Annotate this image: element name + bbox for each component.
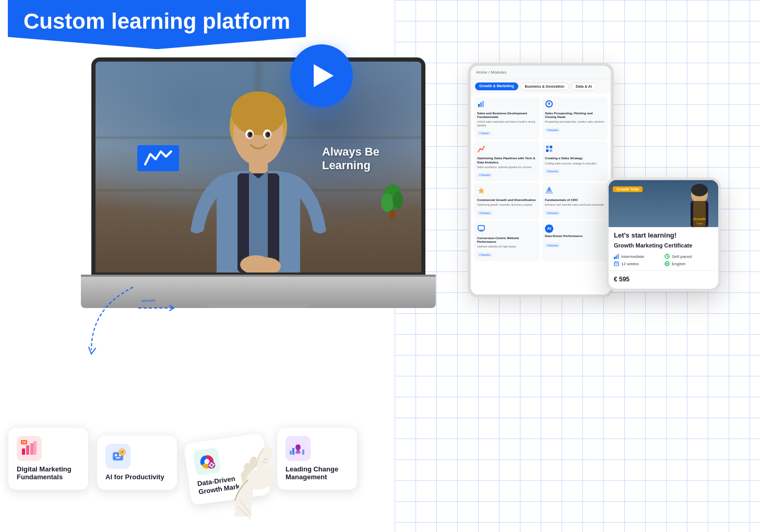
svg-rect-39 — [618, 254, 619, 259]
digital-marketing-icon: DM — [17, 436, 42, 461]
play-icon — [314, 64, 334, 87]
page-title: Custom learning platform — [23, 9, 290, 33]
phone-price-section: € 595 — [609, 270, 718, 289]
tab-data-ai[interactable]: Data & AI — [571, 82, 597, 90]
module-icon-6 — [545, 186, 553, 195]
course-card-ai-productivity[interactable]: AI for Productivity — [97, 435, 177, 490]
course-cards-container: DM Digital Marketing Fundamentals AI for… — [8, 427, 358, 490]
tablet-header: Home / Modules — [471, 66, 611, 79]
svg-point-12 — [267, 133, 270, 136]
card-title-1: Sales and Business Development Fundament… — [477, 112, 537, 119]
logo-svg — [142, 149, 174, 168]
data-driven-icon — [193, 447, 221, 476]
duration-label: 12 weeks — [621, 262, 639, 266]
tablet-card-5[interactable]: Commercial Growth and Diversification Op… — [474, 183, 540, 219]
svg-point-11 — [250, 133, 252, 136]
svg-rect-47 — [22, 448, 25, 455]
screen-logo — [137, 145, 179, 171]
svg-rect-23 — [550, 146, 552, 148]
level-label: Intermediate — [621, 254, 644, 259]
logo-shape — [137, 145, 179, 171]
svg-point-15 — [381, 193, 394, 212]
laptop-video-content: Always BeLearning — [96, 62, 421, 273]
tab-business-innovation[interactable]: Business & Innovation — [520, 82, 569, 90]
card-tag-1: 1 lesson — [477, 131, 491, 135]
tablet-breadcrumb: Home / Modules — [476, 70, 506, 75]
laptop-base — [81, 277, 436, 308]
course-card-digital-marketing[interactable]: DM Digital Marketing Fundamentals — [8, 427, 89, 490]
card-title-2: Sales Prospecting, Pitching and Closing … — [545, 112, 604, 119]
card-title-8: Data-Driven Performance — [545, 234, 604, 238]
svg-rect-48 — [26, 445, 29, 455]
card-desc-1: Unlock sales essentials and learn to bui… — [477, 120, 537, 127]
tablet-card-6[interactable]: Fundamentals of CRO Enhance user retenti… — [542, 183, 608, 219]
tablet-card-8[interactable]: AI Data-Driven Performance 4 lessons — [542, 221, 608, 261]
tablet-device: Home / Modules Growth & Marketing Busine… — [468, 63, 614, 298]
svg-rect-50 — [33, 441, 37, 455]
card-desc-2: Prospecting top leadership, creative sal… — [545, 120, 604, 124]
meta-duration: 12 weeks — [614, 261, 662, 266]
card-title-7: Conversion-Centric Website Performance — [477, 237, 537, 244]
svg-point-21 — [479, 148, 481, 150]
svg-point-16 — [393, 192, 403, 208]
card-title-4: Creating a Sales Strategy — [545, 157, 604, 160]
hand-pointer-illustration — [224, 438, 292, 522]
meta-language: English — [664, 261, 713, 266]
module-icon-3 — [477, 145, 485, 153]
card-tag-7: 2 lessons — [477, 253, 492, 257]
tablet-card-2[interactable]: Sales Prospecting, Pitching and Closing … — [542, 97, 608, 139]
language-icon — [664, 261, 670, 266]
card-tag-6: 6 lessons — [545, 211, 560, 215]
pace-label: Self-paced — [672, 254, 692, 259]
meta-pace: Self-paced — [664, 254, 713, 259]
svg-rect-27 — [547, 190, 552, 192]
laptop-device: Always BeLearning — [81, 57, 436, 308]
card-desc-3: Sales excellence, optimize pipeline for … — [477, 165, 537, 169]
tab-growth-marketing[interactable]: Growth & Marketing — [475, 82, 518, 90]
svg-text:DM: DM — [22, 441, 26, 444]
svg-rect-30 — [478, 226, 484, 230]
laptop-screen: Always BeLearning — [91, 57, 425, 277]
card-title-5: Commercial Growth and Diversification — [477, 198, 537, 202]
digital-icon-svg: DM — [21, 440, 38, 457]
svg-rect-42 — [615, 264, 618, 264]
digital-marketing-label: Digital Marketing Fundamentals — [17, 465, 80, 481]
tablet-card-7[interactable]: Conversion-Centric Website Performance O… — [474, 221, 540, 261]
leading-change-label: Leading Change Management — [286, 465, 349, 481]
svg-rect-26 — [545, 192, 553, 194]
svg-rect-49 — [30, 443, 33, 455]
duration-icon — [614, 261, 619, 266]
module-icon-7 — [477, 224, 485, 233]
ai-productivity-icon — [105, 444, 130, 469]
phone-device: Growth Tribe Growth Tribe Let's start le… — [606, 178, 721, 291]
tablet-tabs[interactable]: Growth & Marketing Business & Innovation… — [471, 79, 611, 93]
svg-text:Tribe: Tribe — [696, 222, 703, 225]
title-badge: Custom learning platform — [8, 0, 306, 49]
phone-header-image: Growth Tribe Growth Tribe — [609, 180, 718, 227]
tablet-card-4[interactable]: Creating a Sales Strategy Crafting sales… — [542, 141, 608, 181]
module-icon-1 — [477, 100, 485, 108]
svg-rect-56 — [116, 457, 120, 458]
phone-meta-grid: Intermediate Self-paced 12 weeks English — [609, 254, 718, 270]
tablet-card-3[interactable]: Optimizing Sales Pipelines with Tech & D… — [474, 141, 540, 181]
hand-svg — [224, 438, 292, 522]
play-button[interactable] — [290, 44, 353, 107]
lets-start-section: Let's start learning! Growth Marketing C… — [609, 227, 718, 254]
always-be-learning-text: Always BeLearning — [322, 145, 379, 173]
ai-productivity-label: AI for Productivity — [105, 473, 169, 481]
card-tag-8: 4 lessons — [545, 243, 560, 247]
avatar-svg: Growth Tribe — [685, 183, 714, 227]
tablet-card-1[interactable]: Sales and Business Development Fundament… — [474, 97, 540, 139]
card-tag-4: 5 lessons — [545, 169, 560, 173]
svg-rect-54 — [115, 454, 117, 456]
level-icon — [614, 254, 619, 259]
meta-level: Intermediate — [614, 254, 662, 259]
svg-rect-22 — [546, 146, 549, 148]
tablet-modules-grid: Sales and Business Development Fundament… — [471, 93, 611, 264]
video-person — [137, 85, 379, 273]
card-desc-7: Optimize websites for high impact — [477, 245, 537, 249]
shelf-plant — [379, 176, 406, 220]
card-tag-5: 3 lessons — [477, 211, 492, 215]
svg-rect-28 — [548, 188, 551, 190]
growth-tribe-badge: Growth Tribe — [613, 186, 643, 192]
